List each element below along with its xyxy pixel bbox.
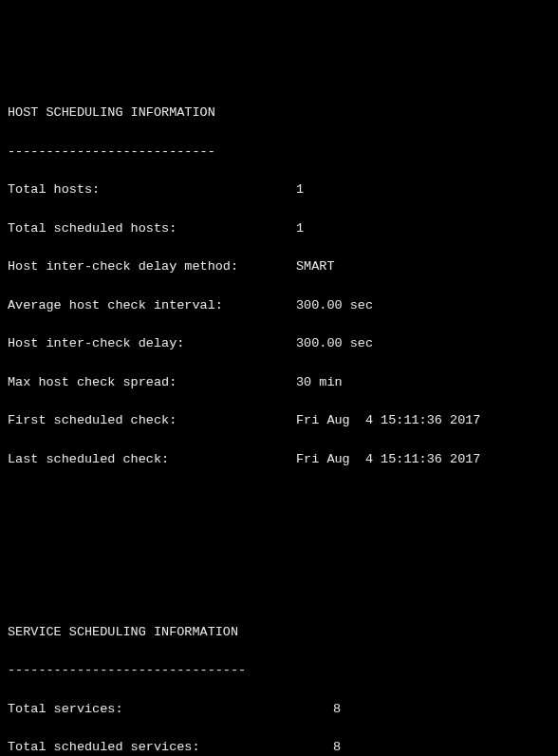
host-row: Last scheduled check:Fri Aug 4 15:11:36 …	[8, 450, 550, 469]
host-row: Average host check interval:300.00 sec	[8, 296, 550, 315]
service-row-label: Total scheduled services:	[8, 738, 333, 756]
service-scheduling-section: SERVICE SCHEDULING INFORMATION ---------…	[8, 603, 550, 756]
host-row-value: 1	[296, 219, 304, 238]
host-row: Max host check spread:30 min	[8, 373, 550, 392]
host-row-value: Fri Aug 4 15:11:36 2017	[296, 411, 480, 430]
service-row-value: 8	[333, 738, 341, 756]
host-scheduling-section: HOST SCHEDULING INFORMATION ------------…	[8, 85, 550, 488]
service-section-divider: -------------------------------	[8, 661, 550, 680]
host-row-label: Total scheduled hosts:	[8, 219, 296, 238]
service-row-label: Total services:	[8, 700, 333, 719]
host-row-label: Last scheduled check:	[8, 450, 296, 469]
host-row-label: Host inter-check delay:	[8, 334, 296, 353]
host-row: Host inter-check delay:300.00 sec	[8, 334, 550, 353]
host-row-value: 300.00 sec	[296, 296, 373, 315]
host-row-value: 1	[296, 180, 304, 199]
host-row: Host inter-check delay method:SMART	[8, 257, 550, 276]
host-row: First scheduled check:Fri Aug 4 15:11:36…	[8, 411, 550, 430]
section-gap	[8, 527, 550, 565]
host-row-value: 30 min	[296, 373, 343, 392]
host-row-value: Fri Aug 4 15:11:36 2017	[296, 450, 480, 469]
host-row: Total hosts:1	[8, 180, 550, 199]
host-row-label: Total hosts:	[8, 180, 296, 199]
host-row-value: SMART	[296, 257, 335, 276]
service-row-value: 8	[333, 700, 341, 719]
service-row: Total services:8	[8, 700, 550, 719]
host-row-label: Max host check spread:	[8, 373, 296, 392]
host-section-divider: ---------------------------	[8, 142, 550, 161]
service-section-title: SERVICE SCHEDULING INFORMATION	[8, 623, 550, 642]
host-row: Total scheduled hosts:1	[8, 219, 550, 238]
host-row-value: 300.00 sec	[296, 334, 373, 353]
service-row: Total scheduled services:8	[8, 738, 550, 756]
host-row-label: Average host check interval:	[8, 296, 296, 315]
host-section-title: HOST SCHEDULING INFORMATION	[8, 104, 550, 123]
host-row-label: Host inter-check delay method:	[8, 257, 296, 276]
host-row-label: First scheduled check:	[8, 411, 296, 430]
